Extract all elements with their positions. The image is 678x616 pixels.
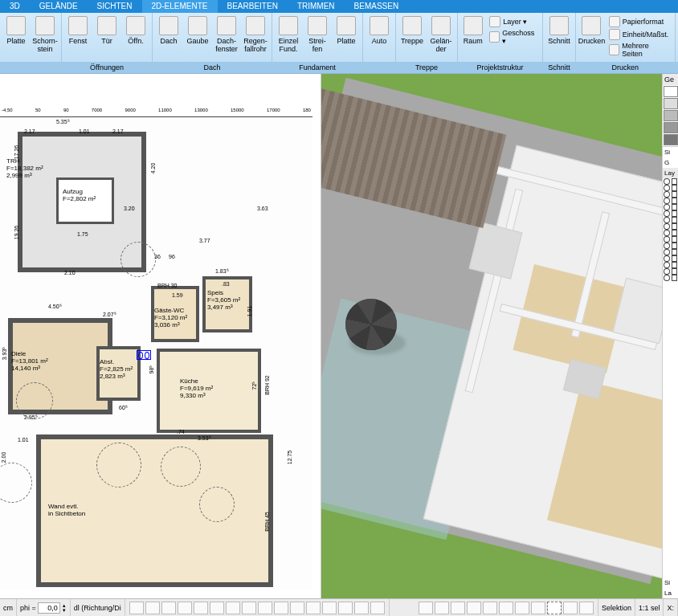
tool-btn[interactable] (515, 602, 529, 614)
tool-btn[interactable] (435, 602, 449, 614)
tool-btn[interactable] (451, 602, 465, 614)
tool-btn[interactable] (306, 602, 321, 614)
layer-row[interactable] (663, 255, 678, 262)
eye-icon[interactable] (664, 249, 670, 255)
lock-icon[interactable] (672, 185, 678, 191)
layer-row[interactable] (663, 204, 678, 210)
layer-row[interactable] (663, 230, 678, 236)
tool-btn[interactable] (274, 602, 288, 614)
layer-row[interactable] (663, 185, 678, 191)
eye-icon[interactable] (664, 223, 670, 230)
eye-icon[interactable] (664, 191, 670, 198)
lock-icon[interactable] (672, 191, 678, 198)
lock-icon[interactable] (672, 217, 678, 223)
lock-icon[interactable] (672, 249, 678, 255)
layer-row[interactable] (663, 236, 678, 243)
eye-icon[interactable] (664, 255, 670, 262)
eye-icon[interactable] (664, 243, 670, 249)
eye-icon[interactable] (664, 217, 670, 223)
plan-canvas[interactable]: TRH F=18,382 m² 2,999 m³ Aufzug F=2,802 … (0, 117, 312, 590)
tool-btn[interactable] (547, 602, 562, 614)
layer-row[interactable] (663, 223, 678, 230)
ribbon-raum-button[interactable]: Raum (459, 14, 486, 47)
eye-icon[interactable] (664, 230, 670, 236)
plan-2d-viewport[interactable]: -4,5050907000900011000130001500017000180… (0, 74, 321, 598)
tool-btn[interactable] (579, 602, 594, 614)
swatch[interactable] (664, 122, 678, 133)
ribbon-mini-layer[interactable]: Layer ▾ (489, 16, 537, 27)
tool-btn[interactable] (194, 602, 208, 614)
tool-btn[interactable] (467, 602, 481, 614)
layer-row[interactable] (663, 262, 678, 268)
ribbon-dach-button[interactable]: Dach (154, 14, 183, 47)
swatch[interactable] (664, 86, 678, 97)
eye-icon[interactable] (664, 185, 670, 191)
ribbon-platte-button[interactable]: Platte (332, 14, 361, 47)
lock-icon[interactable] (672, 236, 678, 243)
tool-btn[interactable] (531, 602, 545, 614)
tool-btn[interactable] (483, 602, 497, 614)
ribbon-ffn-button[interactable]: Öffn. (121, 14, 150, 47)
lock-icon[interactable] (672, 210, 678, 217)
lock-icon[interactable] (672, 204, 678, 210)
lock-icon[interactable] (672, 230, 678, 236)
layer-row[interactable] (663, 178, 678, 185)
ribbon-gaube-button[interactable]: Gaube (183, 14, 212, 47)
tool-btn[interactable] (338, 602, 353, 614)
tool-btn[interactable] (258, 602, 272, 614)
tool-btn[interactable] (242, 602, 256, 614)
palette-panel[interactable]: Ge (663, 74, 678, 147)
swatch[interactable] (664, 98, 678, 109)
eye-icon[interactable] (664, 275, 670, 281)
ribbon-drucken-button[interactable]: Drucken (578, 14, 606, 47)
ribbon-auto-button[interactable]: Auto (365, 14, 394, 47)
ribbon-platte-button[interactable]: Platte (2, 14, 31, 47)
ribbon-mini-papierformat[interactable]: Papierformat (609, 16, 670, 27)
menu-3d[interactable]: 3D (0, 0, 30, 13)
lock-icon[interactable] (672, 275, 678, 281)
layer-row[interactable] (663, 217, 678, 223)
lock-icon[interactable] (672, 255, 678, 262)
ribbon-strei-button[interactable]: Strei-fen (303, 14, 332, 55)
tool-btn[interactable] (563, 602, 578, 614)
layer-row[interactable] (663, 275, 678, 281)
eye-icon[interactable] (664, 268, 670, 275)
ribbon-tr-button[interactable]: Tür (92, 14, 121, 47)
layer-row[interactable] (663, 243, 678, 249)
tool-btn[interactable] (419, 602, 433, 614)
lock-icon[interactable] (672, 223, 678, 230)
tool-btn[interactable] (145, 602, 160, 614)
eye-icon[interactable] (664, 262, 670, 268)
menu-gelände[interactable]: GELÄNDE (30, 0, 88, 13)
view-3d-viewport[interactable] (321, 74, 662, 598)
ribbon-einzel-button[interactable]: EinzelFund. (274, 14, 303, 55)
tool-btn[interactable] (178, 602, 192, 614)
lock-icon[interactable] (672, 178, 678, 185)
tool-btn[interactable] (129, 602, 144, 614)
lock-icon[interactable] (672, 268, 678, 275)
ribbon-mini-mehrereseiten[interactable]: Mehrere Seiten (609, 42, 670, 58)
tool-btn[interactable] (161, 602, 176, 614)
phi-field[interactable]: phi = ▲▼ (17, 599, 71, 616)
swatch[interactable] (664, 110, 678, 121)
eye-icon[interactable] (664, 198, 670, 204)
layer-row[interactable] (663, 249, 678, 255)
lock-icon[interactable] (672, 243, 678, 249)
menu-bearbeiten[interactable]: BEARBEITEN (218, 0, 288, 13)
menu-2d-elemente[interactable]: 2D-ELEMENTE (142, 0, 218, 13)
ribbon-mini-geschoss[interactable]: Geschoss ▾ (489, 29, 537, 45)
tool-btn[interactable] (322, 602, 337, 614)
lock-icon[interactable] (672, 198, 678, 204)
menu-trimmen[interactable]: TRIMMEN (288, 0, 345, 13)
ribbon-dach-button[interactable]: Dach-fenster (212, 14, 241, 55)
eye-icon[interactable] (664, 236, 670, 243)
swatch[interactable] (664, 134, 678, 145)
lock-icon[interactable] (672, 262, 678, 268)
dl-field[interactable]: dl (Richtung/Di (71, 599, 125, 616)
eye-icon[interactable] (664, 210, 670, 217)
phi-input[interactable] (38, 602, 60, 614)
ribbon-mini-einheitmast[interactable]: Einheit/Maßst. (609, 29, 670, 40)
menu-bemassen[interactable]: BEMASSEN (345, 0, 409, 13)
layer-row[interactable] (663, 210, 678, 217)
tool-btn[interactable] (210, 602, 224, 614)
